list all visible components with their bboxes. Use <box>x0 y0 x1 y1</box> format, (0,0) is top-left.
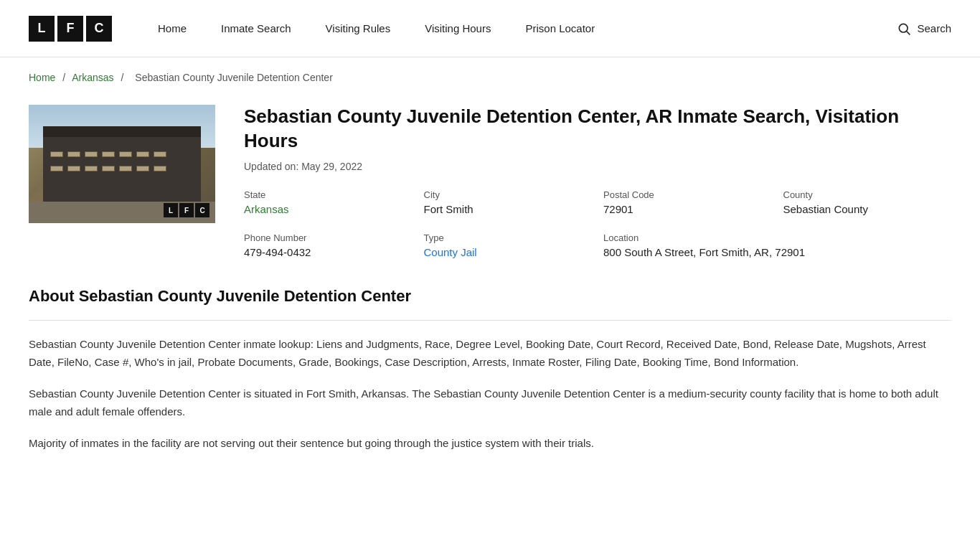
postal-item: Postal Code 72901 <box>603 189 772 215</box>
county-item: County Sebastian County <box>783 189 952 215</box>
type-label: Type <box>424 232 593 243</box>
logo-letter-c: C <box>86 16 112 42</box>
location-label: Location <box>603 232 951 243</box>
section-divider <box>29 320 951 321</box>
nav-inmate-search[interactable]: Inmate Search <box>204 22 308 34</box>
logo-letter-f: F <box>57 16 83 42</box>
facility-title: Sebastian County Juvenile Detention Cent… <box>244 105 951 154</box>
facility-section: L F C Sebastian County Juvenile Detentio… <box>29 105 951 258</box>
nav-home[interactable]: Home <box>141 22 204 34</box>
search-icon <box>897 22 911 36</box>
header: L F C Home Inmate Search Visiting Rules … <box>0 0 980 57</box>
postal-label: Postal Code <box>603 189 772 200</box>
phone-label: Phone Number <box>244 232 413 243</box>
svg-point-0 <box>900 24 908 32</box>
city-label: City <box>424 189 593 200</box>
info-grid: State Arkansas City Fort Smith Postal Co… <box>244 189 951 258</box>
search-label: Search <box>917 22 951 34</box>
image-logo-l: L <box>164 203 178 217</box>
phone-item: Phone Number 479-494-0432 <box>244 232 413 258</box>
image-logo-overlay: L F C <box>164 203 209 217</box>
about-para-1: Sebastian County Juvenile Detention Cent… <box>29 335 951 372</box>
city-value: Fort Smith <box>424 203 473 215</box>
logo: L F C <box>29 16 112 42</box>
search-area[interactable]: Search <box>897 22 951 36</box>
location-value: 800 South A Street, Fort Smith, AR, 7290… <box>603 246 805 258</box>
phone-value: 479-494-0432 <box>244 246 311 258</box>
breadcrumb-current: Sebastian County Juvenile Detention Cent… <box>135 72 333 83</box>
state-label: State <box>244 189 413 200</box>
main-nav: Home Inmate Search Visiting Rules Visiti… <box>141 22 897 34</box>
type-value[interactable]: County Jail <box>424 246 477 258</box>
county-label: County <box>783 189 952 200</box>
nav-visiting-hours[interactable]: Visiting Hours <box>407 22 508 34</box>
about-title: About Sebastian County Juvenile Detentio… <box>29 287 951 306</box>
state-value[interactable]: Arkansas <box>244 203 289 215</box>
breadcrumb: Home / Arkansas / Sebastian County Juven… <box>0 57 980 90</box>
city-item: City Fort Smith <box>424 189 593 215</box>
breadcrumb-sep-1: / <box>62 72 65 83</box>
updated-date: Updated on: May 29, 2022 <box>244 161 951 172</box>
about-para-3: Majority of inmates in the facility are … <box>29 434 951 453</box>
main-content: L F C Sebastian County Juvenile Detentio… <box>0 90 980 494</box>
postal-value: 72901 <box>603 203 633 215</box>
type-item: Type County Jail <box>424 232 593 258</box>
nav-visiting-rules[interactable]: Visiting Rules <box>308 22 408 34</box>
state-item: State Arkansas <box>244 189 413 215</box>
image-logo-c: C <box>195 203 209 217</box>
breadcrumb-sep-2: / <box>121 72 124 83</box>
facility-image: L F C <box>29 105 215 223</box>
svg-line-1 <box>907 31 910 34</box>
breadcrumb-state[interactable]: Arkansas <box>72 72 113 83</box>
about-para-2: Sebastian County Juvenile Detention Cent… <box>29 385 951 421</box>
breadcrumb-home[interactable]: Home <box>29 72 55 83</box>
image-logo-f: F <box>179 203 194 217</box>
location-item: Location 800 South A Street, Fort Smith,… <box>603 232 951 258</box>
logo-letter-l: L <box>29 16 55 42</box>
county-value: Sebastian County <box>783 203 868 215</box>
facility-info: Sebastian County Juvenile Detention Cent… <box>244 105 951 258</box>
nav-prison-locator[interactable]: Prison Locator <box>508 22 612 34</box>
